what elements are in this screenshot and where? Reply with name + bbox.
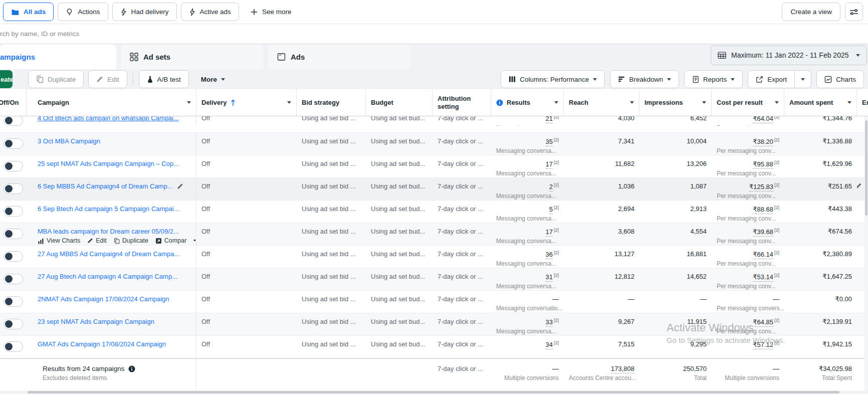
campaign-toggle[interactable]	[4, 251, 23, 262]
more-button[interactable]: More	[193, 70, 233, 88]
toggle-knob	[5, 320, 13, 328]
compare-action[interactable]: Compar	[155, 237, 186, 244]
search-input[interactable]	[0, 30, 868, 38]
toggle-knob	[5, 185, 13, 192]
campaign-link[interactable]: 23 sept NMAT Ads Campaign Campaign	[38, 318, 154, 325]
create-a-view-button[interactable]: Create a view	[782, 3, 840, 21]
column-header-budget[interactable]: Budget	[366, 89, 432, 116]
campaign-link[interactable]: 2NMAT Ads Campaign 17/08/2024 Campaign	[38, 295, 169, 303]
column-header-campaign[interactable]: Campaign	[27, 89, 196, 116]
results-cell: 31[2]Messaging conversa...	[491, 268, 564, 290]
campaign-link[interactable]: 6 Sep Btech Ad campaign 5 Campaign Campa…	[38, 205, 179, 213]
results-cell: 36[2]Messaging conversa...	[491, 246, 564, 268]
campaign-link[interactable]: 6 Sep MBBS Ad Campaign4 of Dream Camp...	[38, 182, 173, 190]
row-edit-pencil-icon[interactable]	[857, 182, 862, 200]
search-bar	[0, 24, 868, 44]
results-cell: 21[2]Messaging conversa...	[491, 116, 564, 126]
ad-icon	[277, 53, 286, 61]
edit-action[interactable]: Edit	[87, 237, 107, 244]
footer-results: —Multiple conversions	[491, 359, 564, 390]
campaign-toggle[interactable]	[4, 341, 23, 352]
folder-icon	[11, 8, 19, 16]
filter-all-ads[interactable]: All ads	[3, 3, 54, 21]
ab-test-button[interactable]: A/B test	[139, 70, 189, 88]
column-header-results[interactable]: Results	[491, 89, 564, 116]
column-header-delivery[interactable]: Delivery	[196, 89, 297, 116]
amount-spent-cell: ₹1,942.15	[784, 336, 857, 358]
campaign-toggle[interactable]	[4, 206, 23, 217]
chevron-down-icon	[856, 54, 860, 57]
tab-label: ampaigns	[0, 53, 35, 61]
horizontal-scrollbar[interactable]	[0, 390, 868, 394]
chevron-down-icon	[801, 78, 805, 81]
bar-chart-icon	[38, 238, 44, 244]
filter-see-more[interactable]: See more	[243, 3, 299, 21]
table-body: 4 Oct Btech ads campain on whatsapp Camp…	[0, 116, 868, 358]
column-header-ends[interactable]: En	[857, 89, 868, 116]
campaign-toggle[interactable]	[4, 161, 23, 171]
column-header-off-on: Off/On	[0, 89, 27, 116]
column-header-impressions[interactable]: Impressions	[639, 89, 712, 116]
edit-button[interactable]: Edit	[88, 70, 127, 88]
toggle-knob	[5, 208, 13, 215]
columns-button[interactable]: Columns: Performance	[501, 70, 605, 88]
table-row: GMAT Ads Campaign 17/08/2024 Campaign Vi…	[0, 336, 868, 358]
reports-button[interactable]: Reports	[684, 70, 743, 88]
info-icon	[496, 99, 503, 106]
filter-chips: All ads Actions Had delivery Active ads …	[3, 3, 299, 21]
column-header-amount-spent[interactable]: Amount spent	[784, 89, 857, 116]
budget-cell: Using ad set bud...	[366, 336, 432, 358]
campaign-link[interactable]: 27 Aug Btech Ad campaign 4 Campaign Camp…	[38, 273, 177, 280]
results-cell: 17[2]Messaging conversa...	[491, 155, 564, 177]
duplicate-button[interactable]: Duplicate	[28, 70, 84, 88]
pencil-icon	[87, 238, 93, 244]
vertical-scrollbar-thumb[interactable]	[865, 120, 867, 216]
column-header-attribution-setting[interactable]: Attribution setting	[432, 89, 491, 116]
charts-button[interactable]: Charts	[816, 70, 864, 88]
reach-cell: 7,341	[564, 133, 639, 155]
amount-spent-cell: ₹251.65	[784, 178, 857, 200]
campaign-link[interactable]: 25 sept NMAT Ads Campaign Campaign – Cop…	[38, 160, 179, 167]
horizontal-scrollbar-thumb[interactable]	[28, 391, 839, 393]
tab-campaigns[interactable]: ampaigns	[0, 44, 116, 69]
campaign-toggle[interactable]	[4, 116, 23, 126]
view-charts-action[interactable]: View Charts	[38, 237, 80, 244]
level-tabs: ampaigns Ad sets Ads Maximum: 11 Jan 202…	[0, 44, 868, 69]
campaign-toggle[interactable]	[4, 183, 23, 194]
delivery-cell: Off	[196, 155, 297, 177]
budget-cell: Using ad set bud...	[366, 155, 432, 177]
export-button[interactable]: Export	[748, 70, 795, 88]
vertical-scrollbar[interactable]	[864, 116, 868, 390]
info-icon[interactable]	[128, 365, 135, 372]
tab-label: Ads	[291, 53, 305, 61]
campaign-link[interactable]: GMAT Ads Campaign 17/08/2024 Campaign	[38, 340, 166, 348]
tab-ads[interactable]: Ads	[268, 44, 410, 69]
column-header-reach[interactable]: Reach	[564, 89, 639, 116]
tab-ad-sets[interactable]: Ad sets	[121, 44, 263, 69]
campaign-link[interactable]: 4 Oct Btech ads campain on whatsapp Camp…	[38, 116, 179, 122]
campaign-link[interactable]: 27 Aug MBBS Ad Campaign4 of Dream Campa.…	[38, 250, 179, 258]
campaign-toggle[interactable]	[4, 229, 23, 239]
campaign-toggle[interactable]	[4, 274, 23, 284]
filter-active-ads[interactable]: Active ads	[181, 3, 239, 21]
breakdown-button[interactable]: Breakdown	[610, 70, 679, 88]
duplicate-icon	[114, 238, 120, 244]
filter-actions[interactable]: Actions	[58, 3, 108, 21]
campaign-link[interactable]: MBA leads campaign for Dream career 05/0…	[38, 228, 179, 235]
filter-had-delivery[interactable]: Had delivery	[112, 3, 177, 21]
duplicate-action[interactable]: Duplicate	[114, 237, 148, 244]
impressions-cell: —	[639, 291, 712, 313]
column-header-cost-per-result[interactable]: Cost per result	[712, 89, 784, 116]
edit-name-pencil-icon[interactable]	[177, 183, 183, 189]
campaign-toggle[interactable]	[4, 319, 23, 329]
create-button[interactable]: eate	[0, 70, 13, 88]
column-header-bid-strategy[interactable]: Bid strategy	[297, 89, 366, 116]
date-range-picker[interactable]: Maximum: 11 Jan 2022 - 11 Feb 2025	[711, 45, 867, 65]
campaign-toggle[interactable]	[4, 138, 23, 149]
bolt-icon	[189, 8, 195, 16]
view-settings-button[interactable]	[845, 3, 863, 21]
campaign-toggle[interactable]	[4, 296, 23, 307]
reach-cell: —	[564, 291, 639, 313]
campaign-link[interactable]: 3 Oct MBA Campaign	[38, 137, 100, 145]
export-options-button[interactable]	[795, 70, 811, 88]
